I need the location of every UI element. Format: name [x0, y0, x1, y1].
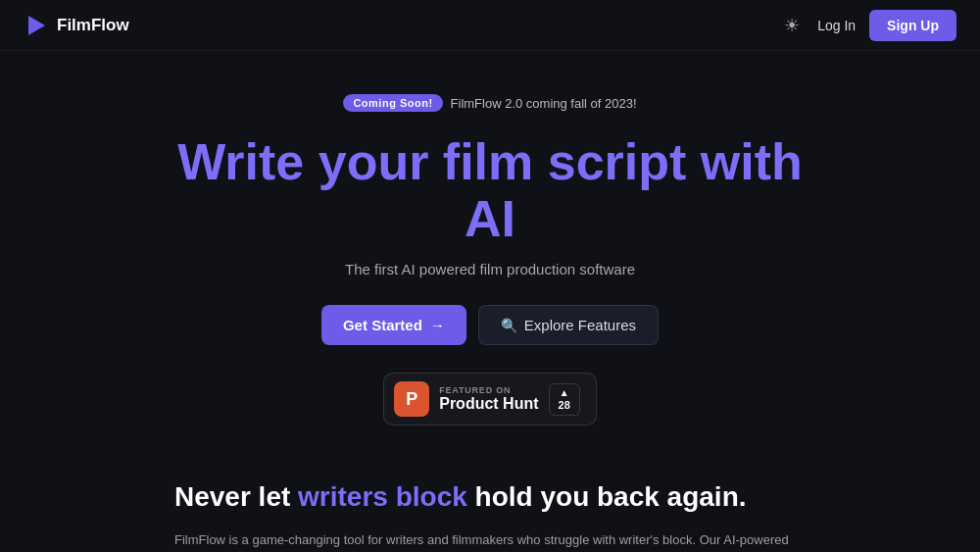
theme-toggle-button[interactable]: ☀ — [780, 11, 804, 40]
logo: FilmFlow — [24, 13, 129, 38]
ph-name-label: Product Hunt — [439, 395, 538, 413]
product-hunt-text: FEATURED ON Product Hunt — [439, 385, 538, 413]
search-icon: 🔍 — [501, 318, 517, 333]
logo-text: FilmFlow — [57, 16, 129, 35]
upvote-arrow-icon: ▲ — [560, 388, 569, 398]
hero-buttons: Get Started → 🔍 Explore Features — [321, 305, 659, 345]
section-paragraph-1: FilmFlow is a game-changing tool for wri… — [174, 529, 806, 552]
ph-upvote-button[interactable]: ▲ 28 — [549, 383, 580, 416]
announcement-text: FilmFlow 2.0 coming fall of 2023! — [451, 96, 637, 111]
section-title-plain: Never let — [174, 481, 298, 512]
section-title-emphasis: writers block — [298, 481, 467, 512]
section-title-rest: hold you back again. — [467, 481, 747, 512]
explore-features-label: Explore Features — [524, 317, 636, 333]
get-started-label: Get Started — [343, 317, 422, 333]
nav-actions: ☀ Log In Sign Up — [780, 10, 956, 41]
ph-upvote-count: 28 — [559, 399, 570, 411]
svg-marker-0 — [28, 16, 45, 35]
product-hunt-logo-icon: P — [394, 381, 429, 417]
announcement-banner: Coming Soon! FilmFlow 2.0 coming fall of… — [343, 94, 636, 112]
hero-section: Coming Soon! FilmFlow 2.0 coming fall of… — [0, 51, 980, 457]
navbar: FilmFlow ☀ Log In Sign Up — [0, 0, 980, 51]
section-title: Never let writers block hold you back ag… — [174, 480, 806, 514]
ph-featured-label: FEATURED ON — [439, 385, 511, 395]
coming-soon-badge: Coming Soon! — [343, 94, 442, 112]
login-button[interactable]: Log In — [817, 18, 856, 33]
hero-title: Write your film script with AI — [147, 133, 833, 247]
explore-features-button[interactable]: 🔍 Explore Features — [478, 305, 659, 345]
product-hunt-badge[interactable]: P FEATURED ON Product Hunt ▲ 28 — [383, 373, 597, 426]
arrow-right-icon: → — [430, 317, 445, 333]
content-section: Never let writers block hold you back ag… — [0, 457, 980, 552]
filmflow-logo-icon — [24, 13, 49, 38]
get-started-button[interactable]: Get Started → — [321, 305, 466, 345]
hero-subtitle: The first AI powered film production sof… — [345, 261, 635, 277]
signup-button[interactable]: Sign Up — [869, 10, 956, 41]
